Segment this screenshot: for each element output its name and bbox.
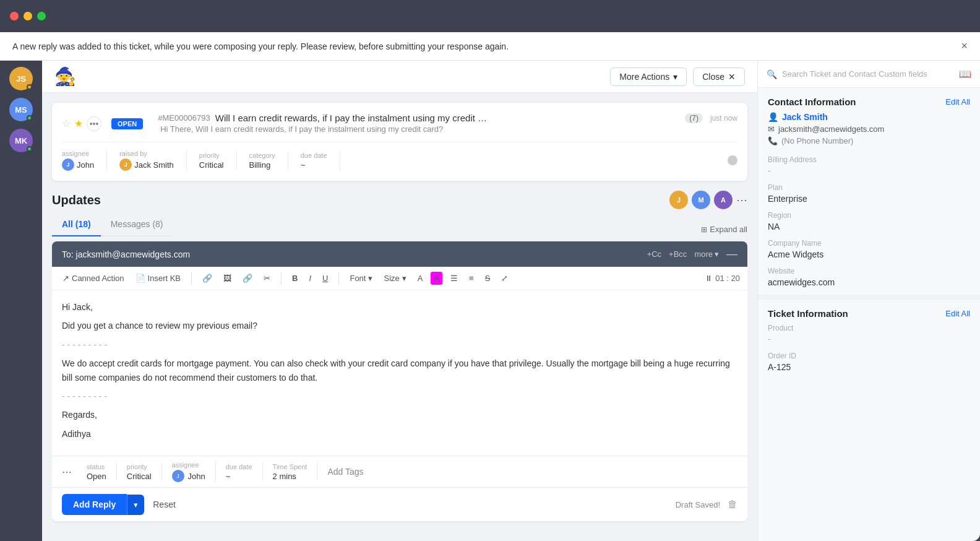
underline-button[interactable]: U	[319, 272, 331, 285]
minimize-window-button[interactable]	[24, 12, 32, 20]
ticket-edit-all-button[interactable]: Edit All	[945, 309, 970, 318]
updates-section: Updates J M A ⋯ All (18) Messages (8) ⊞	[52, 191, 747, 541]
unlink-button[interactable]: ✂	[260, 272, 273, 285]
composer-body[interactable]: Hi Jack, Did you get a chance to review …	[52, 290, 747, 456]
section-divider	[758, 295, 980, 300]
composer-status-bar: ⋯ status Open priority Critical assignee	[52, 456, 747, 487]
maximize-window-button[interactable]	[37, 12, 46, 20]
highlight-button[interactable]: A	[431, 272, 442, 285]
add-tags-field[interactable]: Add Tags	[317, 467, 373, 477]
meta-assignee: assignee J John	[62, 150, 107, 171]
avatar-badge-js	[27, 84, 32, 90]
text-color-button[interactable]: A	[415, 272, 426, 285]
image-button[interactable]: 🖼	[220, 272, 234, 285]
status-more-button[interactable]: ⋯	[62, 466, 72, 478]
composer-header: To: jacksmith@acmewidgets.com +Cc +Bcc m…	[52, 241, 747, 267]
close-window-button[interactable]	[10, 12, 19, 20]
canned-action-button[interactable]: ↗ Canned Action	[59, 272, 127, 285]
link-button[interactable]: 🔗	[199, 272, 215, 285]
ticket-section-header: Ticket Information Edit All	[758, 300, 980, 324]
company-field: Company Name Acme Widgets	[758, 239, 980, 267]
expand-all-button[interactable]: ⊞ Expand all	[701, 225, 747, 234]
plan-field: Plan Enterprise	[758, 183, 980, 211]
chevron-down-icon: ▾	[673, 72, 677, 82]
status-item-assignee: assignee J John	[162, 461, 216, 482]
contact-edit-all-button[interactable]: Edit All	[945, 97, 970, 106]
canned-action-icon: ↗	[62, 274, 69, 283]
add-reply-button[interactable]: Add Reply	[62, 494, 127, 515]
sidebar-avatar-mk[interactable]: MK	[9, 129, 33, 152]
book-icon-button[interactable]: 📖	[959, 68, 971, 80]
notification-bar: A new reply was added to this ticket, wh…	[0, 32, 980, 61]
reset-button[interactable]: Reset	[144, 494, 184, 515]
bcc-button[interactable]: +Bcc	[669, 249, 687, 259]
numbered-list-button[interactable]: ≡	[466, 272, 477, 285]
updates-title: Updates	[52, 193, 101, 207]
notification-message: A new reply was added to this ticket, wh…	[12, 41, 509, 51]
status-item-due: due date ~	[216, 463, 263, 481]
ticket-options-button[interactable]: •••	[87, 116, 101, 131]
composer-minimize-button[interactable]: —	[726, 248, 737, 261]
phone-icon: 📞	[768, 136, 778, 145]
ticket-id: #ME00006793	[158, 113, 210, 123]
add-reply-dropdown-button[interactable]: ▾	[127, 495, 144, 515]
tab-messages[interactable]: Messages (8)	[101, 214, 173, 236]
status-assignee-avatar: J	[172, 470, 184, 482]
updates-more-button[interactable]: ⋯	[736, 193, 747, 207]
ticket-section-title: Ticket Information	[768, 308, 848, 319]
tab-all[interactable]: All (18)	[52, 214, 101, 236]
fullscreen-button[interactable]: ⤢	[498, 272, 511, 285]
body-line-2: Did you get a chance to review my previo…	[62, 319, 737, 332]
insert-kb-button[interactable]: 📄 Insert KB	[132, 272, 184, 285]
contact-email: ✉ jacksmith@acmewidgets.com	[768, 124, 970, 134]
font-selector[interactable]: Font ▾	[346, 272, 376, 285]
bold-button[interactable]: B	[289, 272, 301, 285]
italic-button[interactable]: I	[306, 272, 314, 285]
composer-to: To: jacksmith@acmewidgets.com	[62, 249, 190, 259]
status-item-status: status Open	[77, 463, 117, 481]
body-line-1: Hi Jack,	[62, 300, 737, 314]
composer-toolbar: ↗ Canned Action 📄 Insert KB 🔗 🖼 🔗 ✂	[52, 267, 747, 290]
sidebar-avatar-ms[interactable]: MS	[9, 98, 33, 121]
meta-due: due date ~	[288, 152, 340, 170]
status-item-time: Time Spent 2 mins	[263, 463, 318, 481]
bullet-list-button[interactable]: ☰	[447, 272, 461, 285]
composer-more-button[interactable]: more ▾	[694, 249, 719, 259]
content-area: 🧙 More Actions ▾ Close ✕ ☆	[42, 61, 757, 541]
product-field: Product -	[758, 324, 980, 352]
strikethrough-button[interactable]: S	[482, 272, 494, 285]
contact-section-title: Contact Information	[768, 97, 856, 107]
top-bar: 🧙 More Actions ▾ Close ✕	[42, 61, 757, 93]
update-avatar-1[interactable]: J	[669, 191, 688, 209]
size-selector[interactable]: Size ▾	[380, 272, 409, 285]
insert-kb-icon: 📄	[135, 274, 145, 283]
meta-raised: raised by J Jack Smith	[107, 150, 187, 171]
more-actions-button[interactable]: More Actions ▾	[610, 67, 687, 86]
reply-composer: To: jacksmith@acmewidgets.com +Cc +Bcc m…	[52, 241, 747, 521]
ticket-meta: assignee J John raised by J Jack Smith	[62, 142, 737, 171]
body-line-3: We do accept credit cards for mortgage p…	[62, 357, 737, 384]
pause-icon[interactable]: ⏸	[705, 274, 713, 283]
contact-info: 👤 Jack Smith ✉ jacksmith@acmewidgets.com…	[758, 112, 980, 155]
ticket-count: (7)	[685, 113, 703, 123]
assignee-avatar: J	[62, 158, 74, 171]
update-avatar-2[interactable]: M	[692, 191, 710, 209]
close-ticket-button[interactable]: Close ✕	[693, 67, 745, 86]
star-icon[interactable]: ☆	[62, 118, 71, 129]
updates-header: Updates J M A ⋯	[52, 191, 747, 209]
notification-close-button[interactable]: ×	[961, 40, 968, 53]
ticket-time: just now	[710, 114, 737, 123]
contact-name[interactable]: 👤 Jack Smith	[768, 112, 970, 122]
delete-draft-button[interactable]: 🗑	[728, 499, 737, 510]
hyperlink-button[interactable]: 🔗	[239, 272, 256, 285]
search-input[interactable]	[782, 69, 954, 79]
update-avatar-3[interactable]: A	[714, 191, 733, 209]
body-dashes-1: - - - - - - - - -	[62, 338, 737, 352]
ticket-dot-indicator	[728, 155, 737, 165]
ticket-header: ☆ ★ ••• OPEN #ME00006793 Will I earn cre…	[62, 113, 737, 134]
updates-avatars: J M A ⋯	[669, 191, 747, 209]
billing-address-field: Billing Address -	[758, 155, 980, 183]
cc-button[interactable]: +Cc	[647, 249, 661, 259]
favorite-icon[interactable]: ★	[74, 118, 83, 129]
sidebar-avatar-js[interactable]: JS	[9, 67, 33, 90]
